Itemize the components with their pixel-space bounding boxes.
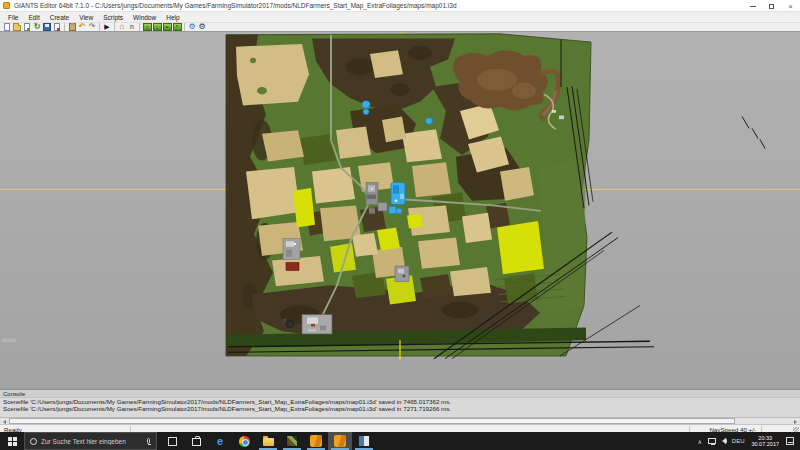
action-center-icon[interactable] — [786, 437, 794, 445]
menu-help[interactable]: Help — [161, 14, 184, 21]
play-icon[interactable]: ▶ — [102, 23, 112, 32]
console-line: Scenefile 'C:/Users/jungs/Documents/My G… — [0, 405, 800, 412]
terrain-lower-icon[interactable]: ↓ — [152, 23, 162, 32]
clock-date: 30.07.2017 — [751, 441, 779, 448]
save-icon[interactable] — [42, 23, 52, 32]
store-icon — [192, 438, 201, 446]
console-header: Console — [0, 390, 800, 398]
maximize-icon — [769, 4, 774, 9]
giants-editor-icon — [310, 435, 322, 447]
search-input[interactable] — [41, 438, 147, 445]
close-icon: × — [788, 3, 792, 10]
start-button[interactable] — [0, 432, 24, 450]
toolbar-separator — [184, 23, 185, 31]
refresh-icon[interactable]: ↻ — [32, 23, 42, 32]
clock[interactable]: 20:33 30.07.2017 — [751, 435, 779, 448]
volume-icon[interactable] — [722, 438, 726, 444]
chrome-button[interactable] — [232, 432, 256, 450]
media-app-icon — [358, 435, 370, 447]
store-button[interactable] — [184, 432, 208, 450]
import-icon[interactable] — [52, 23, 62, 32]
tray-chevron-icon[interactable]: ∧ — [697, 438, 701, 445]
menu-edit[interactable]: Edit — [23, 14, 44, 21]
menu-file[interactable]: File — [3, 14, 23, 21]
chrome-icon — [239, 436, 250, 447]
minimize-icon — [750, 6, 756, 7]
status-bar: Ready NavSpeed 40 +/- — [0, 424, 800, 432]
console-panel: Console Scenefile 'C:/Users/jungs/Docume… — [0, 389, 800, 417]
microphone-icon[interactable] — [147, 438, 150, 444]
new-file-icon[interactable] — [2, 23, 12, 32]
render-gear-icon[interactable]: ⚙ — [197, 23, 207, 32]
game-button[interactable] — [280, 432, 304, 450]
task-view-button[interactable] — [160, 432, 184, 450]
giants-editor-icon — [334, 435, 346, 447]
windows-logo-icon — [8, 437, 17, 446]
map-scene[interactable] — [0, 32, 800, 389]
snap-icon[interactable]: n — [127, 23, 137, 32]
task-view-icon — [168, 437, 177, 446]
giants-editor-button-1[interactable] — [304, 432, 328, 450]
undo-icon[interactable]: ↶ — [77, 23, 87, 32]
export-icon[interactable] — [22, 23, 32, 32]
menu-scripts[interactable]: Scripts — [98, 14, 128, 21]
paste-icon[interactable] — [67, 23, 77, 32]
toolbar-separator — [99, 23, 100, 31]
media-app-button[interactable] — [352, 432, 376, 450]
farming-simulator-icon — [286, 435, 298, 447]
terrain-raise-icon[interactable]: ↑ — [142, 23, 152, 32]
menu-window[interactable]: Window — [128, 14, 161, 21]
giants-app-icon — [3, 2, 10, 9]
taskbar-search[interactable] — [24, 432, 157, 450]
viewport-artifact — [2, 339, 16, 343]
edge-icon: e — [217, 435, 223, 447]
horizontal-scrollbar[interactable] — [0, 417, 800, 424]
file-explorer-icon — [263, 438, 274, 446]
edge-button[interactable]: e — [208, 432, 232, 450]
toolbar-separator — [64, 23, 65, 31]
language-indicator[interactable]: DEU — [732, 438, 745, 444]
menu-create[interactable]: Create — [45, 14, 75, 21]
map-terrain[interactable] — [226, 34, 591, 356]
viewport-3d[interactable] — [0, 32, 800, 389]
windows-taskbar: e ∧ DEU 20:33 30.07.2017 — [0, 432, 800, 450]
redo-icon[interactable]: ↷ — [87, 23, 97, 32]
terrain-foliage-icon[interactable]: * — [172, 23, 182, 32]
minimize-button[interactable] — [743, 0, 762, 12]
menu-view[interactable]: View — [74, 14, 98, 21]
terrain-smooth-icon[interactable]: ≈ — [162, 23, 172, 32]
toolbar-separator — [114, 23, 115, 31]
cortana-icon — [30, 438, 37, 445]
giants-editor-window: GIANTS Editor 64bit 7.1.0 - C:/Users/jun… — [0, 0, 800, 450]
close-button[interactable]: × — [781, 0, 800, 12]
menu-bar: File Edit Create View Scripts Window Hel… — [0, 12, 800, 22]
title-bar: GIANTS Editor 64bit 7.1.0 - C:/Users/jun… — [0, 0, 800, 12]
giants-editor-button-2[interactable] — [328, 432, 352, 450]
toolbar-separator — [139, 23, 140, 31]
tool-bar: ↻ ↶ ↷ ▶ ⌂ n ↑ ↓ ≈ * ⚙ ⚙ — [0, 22, 800, 32]
window-title: GIANTS Editor 64bit 7.1.0 - C:/Users/jun… — [14, 2, 457, 9]
console-line: Scenefile 'C:/Users/jungs/Documents/My G… — [0, 398, 800, 405]
explorer-button[interactable] — [256, 432, 280, 450]
camera-home-icon[interactable]: ⌂ — [117, 23, 127, 32]
maximize-button[interactable] — [762, 0, 781, 12]
system-tray: ∧ DEU 20:33 30.07.2017 — [694, 432, 800, 450]
network-icon[interactable] — [708, 438, 716, 444]
settings-gear-icon[interactable]: ⚙ — [187, 23, 197, 32]
open-file-icon[interactable] — [12, 23, 22, 32]
